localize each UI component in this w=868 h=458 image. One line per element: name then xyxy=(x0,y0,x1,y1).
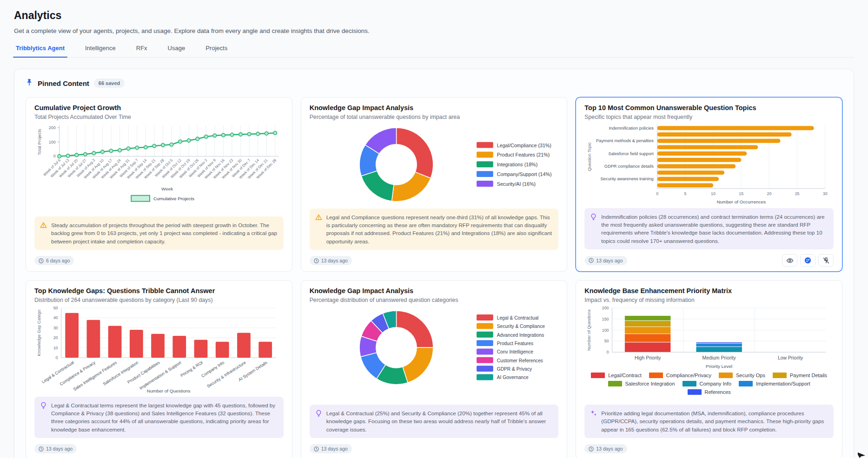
pinned-content-panel: Pinned Content 66 saved Cumulative Proje… xyxy=(14,69,854,458)
svg-text:Question Topic: Question Topic xyxy=(587,142,592,171)
stacked-bar-legend: Legal/ContractCompliance/PrivacySecurity… xyxy=(584,372,834,397)
insight-box: Legal & Contractual (25%) and Security &… xyxy=(310,405,559,438)
svg-text:Customer References: Customer References xyxy=(497,358,543,363)
insight-box: Prioritize adding legal documentation (M… xyxy=(584,405,834,438)
lightbulb-icon xyxy=(590,213,597,245)
card-title: Knowledge Base Enhancement Priority Matr… xyxy=(584,287,834,294)
page-title: Analytics xyxy=(14,9,854,22)
svg-text:Pricing & ROI: Pricing & ROI xyxy=(179,360,204,378)
insight-box: Legal & Contractual terms represent the … xyxy=(34,397,284,438)
svg-text:0: 0 xyxy=(56,355,58,360)
card-subtitle: Percentage of total unanswerable questio… xyxy=(310,114,559,120)
svg-text:Knowledge Gap Catego: Knowledge Gap Catego xyxy=(36,310,41,356)
tab-projects[interactable]: Projects xyxy=(205,45,228,57)
svg-text:Salesforce Integration: Salesforce Integration xyxy=(102,360,139,386)
svg-text:Legal & Contractual: Legal & Contractual xyxy=(497,315,538,321)
slack-share-button[interactable] xyxy=(800,254,815,267)
legend-item: Legal/Contract xyxy=(591,373,642,378)
timestamp-text: 6 days ago xyxy=(46,258,70,263)
svg-text:Payment methods & penalties: Payment methods & penalties xyxy=(596,138,654,143)
card-title: Cumulative Project Growth xyxy=(34,104,284,111)
svg-text:Salesforce field support: Salesforce field support xyxy=(609,151,654,156)
svg-text:150: 150 xyxy=(602,317,609,321)
sparkle-icon xyxy=(590,410,597,433)
svg-text:Security & Infrastructure: Security & Infrastructure xyxy=(206,360,246,389)
card-knowledge-gap-impact-analysis-1[interactable]: Knowledge Gap Impact Analysis Percentage… xyxy=(301,97,568,272)
card-top-10-unanswerable-topics[interactable]: Top 10 Most Common Unanswerable Question… xyxy=(576,97,842,272)
svg-text:15: 15 xyxy=(739,191,744,196)
card-cumulative-project-growth[interactable]: Cumulative Project Growth Total Projects… xyxy=(26,97,292,272)
svg-text:GDPR & Privacy: GDPR & Privacy xyxy=(497,366,532,372)
svg-text:Product Features (21%): Product Features (21%) xyxy=(497,152,550,157)
svg-text:50: 50 xyxy=(604,339,609,343)
tab-rfx[interactable]: RFx xyxy=(135,45,148,57)
warning-icon xyxy=(40,222,47,245)
card-title: Top 10 Most Common Unanswerable Question… xyxy=(584,104,834,111)
legend-item: Company Info xyxy=(682,381,731,386)
svg-text:50: 50 xyxy=(53,306,58,310)
lightbulb-icon xyxy=(40,402,47,434)
svg-text:Security & Compliance: Security & Compliance xyxy=(497,324,545,329)
svg-text:30: 30 xyxy=(53,326,58,330)
page-header: Analytics Get a complete view of your ag… xyxy=(0,0,868,58)
timestamp-text: 13 days ago xyxy=(596,446,623,451)
tab-bar: Tribblytics Agent Intelligence RFx Usage… xyxy=(14,45,854,58)
warning-icon xyxy=(315,214,322,246)
saved-count-badge: 66 saved xyxy=(94,79,125,88)
impact-area-donut-chart: Legal/Compliance (31%)Product Features (… xyxy=(310,123,559,208)
legend-item: Payment Details xyxy=(773,373,827,378)
legend-item: Compliance/Privacy xyxy=(649,373,711,378)
svg-text:Security awareness training: Security awareness training xyxy=(601,177,654,181)
svg-text:0: 0 xyxy=(607,350,609,354)
insight-box: Indemnification policies (28 occurrences… xyxy=(584,208,834,250)
card-subtitle: Percentage distribution of unanswered qu… xyxy=(310,297,559,303)
card-subtitle: Distribution of 264 unanswerable questio… xyxy=(34,297,284,303)
svg-text:Cumulative Projects: Cumulative Projects xyxy=(153,196,194,201)
svg-text:10: 10 xyxy=(711,191,716,196)
svg-text:Compliance & Privacy: Compliance & Privacy xyxy=(59,360,97,386)
card-priority-matrix[interactable]: Knowledge Base Enhancement Priority Matr… xyxy=(576,280,842,458)
insight-text: Legal and Compliance questions represent… xyxy=(326,213,553,246)
card-top-knowledge-gaps[interactable]: Top Knowledge Gaps: Questions Tribble Ca… xyxy=(26,280,292,458)
insight-text: Legal & Contractual (25%) and Security &… xyxy=(326,409,553,433)
svg-text:Number of Questions: Number of Questions xyxy=(147,389,191,394)
card-actions xyxy=(782,254,834,267)
svg-text:AI Governance: AI Governance xyxy=(497,375,528,380)
card-knowledge-gap-impact-analysis-2[interactable]: Knowledge Gap Impact Analysis Percentage… xyxy=(301,280,568,458)
svg-text:25: 25 xyxy=(795,191,800,196)
panel-title: Pinned Content xyxy=(38,79,89,87)
svg-text:0: 0 xyxy=(656,191,659,196)
timestamp-badge: 6 days ago xyxy=(34,256,74,265)
pinned-cards-grid: Cumulative Project Growth Total Projects… xyxy=(26,97,842,458)
svg-text:100: 100 xyxy=(49,140,56,144)
legend-item: Salesforce Integration xyxy=(608,381,675,386)
view-button[interactable] xyxy=(782,254,797,267)
legend-item: Security Ops xyxy=(719,373,765,378)
card-title: Knowledge Gap Impact Analysis xyxy=(310,104,559,111)
timestamp-text: 13 days ago xyxy=(46,446,73,451)
svg-text:200: 200 xyxy=(49,125,56,130)
svg-text:Week: Week xyxy=(161,186,173,191)
svg-text:Sales Intelligence Features: Sales Intelligence Features xyxy=(73,360,118,392)
insight-text: Legal & Contractual terms represent the … xyxy=(51,401,278,434)
timestamp-text: 13 days ago xyxy=(321,446,348,451)
card-title: Knowledge Gap Impact Analysis xyxy=(310,287,559,294)
timestamp-badge: 13 days ago xyxy=(584,256,627,265)
svg-text:40: 40 xyxy=(53,315,58,320)
tab-usage[interactable]: Usage xyxy=(167,45,186,57)
tab-intelligence[interactable]: Intelligence xyxy=(84,45,117,57)
cumulative-growth-line-chart: 0100200Total ProjectsWeek of Jul 6Week o… xyxy=(34,123,284,206)
svg-text:Security/AI (16%): Security/AI (16%) xyxy=(497,181,535,187)
priority-matrix-stacked-bar-chart: 050100150200High PriorityMedium Priority… xyxy=(584,306,834,372)
timestamp-badge: 13 days ago xyxy=(310,256,352,265)
insight-text: Indemnification policies (28 occurrences… xyxy=(601,213,828,245)
legend-item: Implementation/Support xyxy=(739,381,810,386)
svg-text:Priority Level: Priority Level xyxy=(706,364,732,369)
svg-text:Number of Occurrences: Number of Occurrences xyxy=(717,199,766,204)
insight-box: Legal and Compliance questions represent… xyxy=(310,209,559,250)
tab-tribblytics-agent[interactable]: Tribblytics Agent xyxy=(15,45,66,57)
unpin-button[interactable] xyxy=(818,254,834,267)
pin-icon xyxy=(26,79,33,88)
svg-text:Advanced Integrations: Advanced Integrations xyxy=(497,333,544,338)
insight-box: Steady accumulation of projects througho… xyxy=(34,216,284,250)
